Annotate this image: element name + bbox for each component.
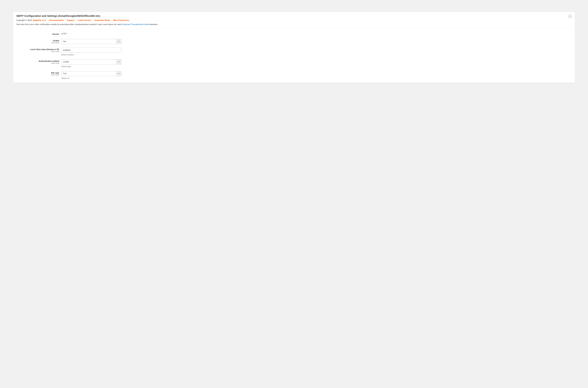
- version-value: v2.9.0: [61, 32, 121, 35]
- auth-method-select[interactable]: LOGIN: [61, 59, 121, 64]
- label-auth-method: Authentication method: [16, 60, 59, 62]
- enable-select[interactable]: Yes: [61, 39, 121, 44]
- support-link[interactable]: Support: [67, 19, 75, 21]
- scope-ssl-type: [store view]: [16, 74, 59, 76]
- row-local-client: Local client name (domain or IP) [store …: [16, 48, 572, 56]
- scope-auth-method: [store view]: [16, 62, 59, 64]
- chevron-down-icon: [116, 71, 121, 76]
- company-link[interactable]: MagePal, LLC: [33, 19, 46, 21]
- label-local-client: Local client name (domain or IP): [16, 48, 59, 50]
- label-ssl-type: SSL type: [16, 72, 59, 74]
- ssl-type-select[interactable]: TLS: [61, 71, 121, 76]
- row-ssl-type: SSL type [store view] TLS Default: ssl: [16, 71, 572, 79]
- enhanced-email-link[interactable]: Enhanced Transactional Email: [121, 23, 149, 25]
- label-enable: Enable: [16, 40, 59, 42]
- panel-header: SMTP Configuration and Settings (Gmail/G…: [13, 12, 575, 29]
- chevron-down-icon: [116, 60, 121, 64]
- row-version: Version v2.9.0: [16, 32, 572, 35]
- collapse-toggle-button[interactable]: [568, 15, 572, 18]
- row-enable: Enable [store view] Yes: [16, 39, 572, 44]
- copyright-text: Copyright © 2022: [16, 19, 32, 21]
- scope-local-client: [store view]: [16, 50, 59, 52]
- chevron-up-icon: [569, 16, 571, 17]
- smtp-config-panel: SMTP Configuration and Settings (Gmail/G…: [13, 12, 575, 83]
- chevron-down-icon: [116, 39, 121, 44]
- note-auth-method: Default: login: [61, 66, 121, 67]
- ssl-type-select-value: TLS: [61, 73, 116, 75]
- auth-method-select-value: LOGIN: [61, 61, 116, 63]
- note-local-client: Default: localhost: [61, 54, 121, 56]
- panel-title: SMTP Configuration and Settings (Gmail/G…: [16, 14, 572, 18]
- local-client-input[interactable]: [61, 48, 121, 53]
- more-extensions-link[interactable]: More Extensions: [113, 19, 129, 21]
- form-body: Version v2.9.0 Enable [store view] Yes L…: [13, 29, 575, 83]
- documentation-link[interactable]: Documentation: [49, 19, 64, 21]
- note-ssl-type: Default: ssl: [61, 77, 121, 79]
- promo-text: Get more from your order confirmation em…: [16, 23, 572, 26]
- label-version: Version: [16, 33, 59, 35]
- scope-enable: [store view]: [16, 42, 59, 44]
- latest-version-link[interactable]: Latest Version: [78, 19, 91, 21]
- row-auth-method: Authentication method [store view] LOGIN…: [16, 59, 572, 67]
- meta-row: Copyright © 2022 MagePal, LLC|Documentat…: [16, 19, 572, 22]
- enable-select-value: Yes: [61, 40, 116, 43]
- extension-detail-link[interactable]: Extension Detail: [94, 19, 110, 21]
